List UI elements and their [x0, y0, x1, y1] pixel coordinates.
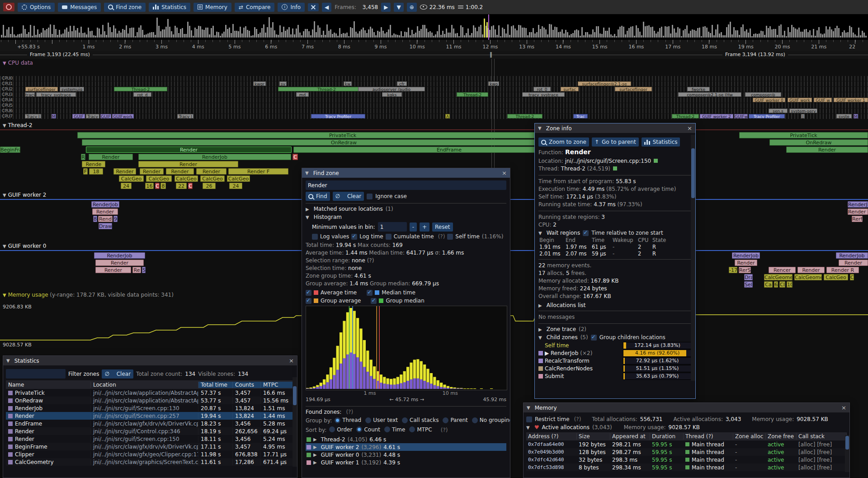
- memory-usage-header[interactable]: ▼Memory usage (y-range: 178.27 KB, visib…: [3, 292, 174, 298]
- cpu-zone-chip[interactable]: GUIF: [72, 114, 85, 118]
- cpu-zone-chip[interactable]: Thread-2: [672, 114, 699, 118]
- guif-worker0-header[interactable]: ▼GUIF worker 0: [3, 243, 46, 249]
- cpu-zone-chip[interactable]: Trac: [573, 114, 588, 118]
- cpu-zone-chip[interactable]: tracy_systrace: [36, 92, 76, 97]
- cpu-zone-chip[interactable]: sy: [279, 81, 287, 86]
- cpu-zone-chip[interactable]: md: [296, 92, 309, 97]
- timeline-zone[interactable]: RenderJob: [836, 252, 868, 259]
- statistics-row[interactable]: EndFramejni/../jni/src/claw/gfx/drv/vk/D…: [6, 420, 294, 427]
- timeline-zone[interactable]: 18: [89, 168, 103, 175]
- timeline-zone[interactable]: RenderJob: [91, 201, 119, 208]
- legend-group-average[interactable]: Group average: [306, 298, 361, 304]
- cumulate-time-checkbox[interactable]: [386, 234, 392, 240]
- cpu-zone-chip[interactable]: composer@2.1-se (Hw: [678, 92, 741, 97]
- statistics-table-header[interactable]: Name Location Total time Counts MTPC: [6, 380, 294, 389]
- statistics-row[interactable]: CalcGeometryjni/../jni/src/claw/graphics…: [6, 458, 294, 466]
- radio-parent[interactable]: Parent: [443, 417, 467, 423]
- allocation-row[interactable]: 0x7e049b3d00128 bytes298.27 ms59.95 sMai…: [526, 448, 847, 456]
- cpu-zone-chip[interactable]: Tracy Profiler: [749, 114, 785, 118]
- wait-regions-label[interactable]: Wait regions: [547, 230, 580, 236]
- timeline-zone[interactable]: Render Ren: [848, 208, 868, 215]
- statistics-button[interactable]: Statistics: [149, 3, 190, 12]
- radio-mtpc[interactable]: MTPC: [409, 426, 432, 433]
- radio-no-grouping[interactable]: No grouping: [472, 417, 510, 423]
- restrict-time-checkbox[interactable]: [526, 416, 532, 422]
- cpu-zone-chip[interactable]: kgks: [382, 92, 402, 97]
- timeline-zone[interactable]: Draw: [99, 223, 112, 229]
- cpu-zone-chip[interactable]: A: [445, 114, 450, 118]
- cpu-zone-chip[interactable]: composer@: [745, 92, 781, 97]
- statistics-row[interactable]: Renderjni/../jni/src/guif/Control.cpp:34…: [6, 427, 294, 435]
- log-values-checkbox[interactable]: [312, 234, 318, 240]
- legend-median-time[interactable]: Median time: [367, 289, 415, 296]
- frames-row[interactable]: Frame 3,193 (22.45 ms) ‖ Frame 3,194 (13…: [0, 51, 868, 59]
- statistics-row[interactable]: RenderJobjni/../jni/src/guif/Screen.cpp:…: [6, 404, 294, 412]
- timeline-zone[interactable]: Render: [735, 260, 757, 266]
- timeline-zone[interactable]: Render: [166, 168, 194, 175]
- statistics-row[interactable]: Renderjni/../jni/src/guif/Screen.cpp:257…: [6, 412, 294, 420]
- statistics-row[interactable]: Renderjni/../jni/src/guif/Screen.cpp:150…: [6, 435, 294, 443]
- timeline-zone[interactable]: Render: [95, 260, 144, 266]
- cpu-zone-chip[interactable]: kw: [344, 81, 352, 86]
- timeline-zone[interactable]: Rend: [98, 216, 113, 222]
- timeline-zone[interactable]: Render F: [228, 168, 288, 175]
- collapse-icon[interactable]: ▼: [305, 170, 309, 175]
- timeline-zone[interactable]: Render: [797, 267, 825, 273]
- cpu-zone-chip[interactable]: M: [854, 114, 858, 118]
- self-time-checkbox[interactable]: [447, 234, 453, 240]
- timeline-zone[interactable]: C: [155, 183, 160, 189]
- find-zone-search-input[interactable]: [306, 180, 506, 190]
- guif-worker2-header[interactable]: ▼GUIF worker 2: [3, 192, 46, 198]
- cpu-zone-chip[interactable]: GUIF worker 1: [834, 98, 868, 102]
- timeline-zone[interactable]: RenderJob: [732, 252, 760, 259]
- cpu-zone-chip[interactable]: surfaceflinger: [615, 87, 652, 91]
- memory-scrollbar[interactable]: [845, 435, 849, 472]
- timeline-zone[interactable]: 22: [176, 183, 187, 189]
- filter-zones-input[interactable]: [6, 369, 66, 379]
- statistics-titlebar[interactable]: ▼ Statistics ×: [3, 356, 297, 365]
- timeline-zone[interactable]: OnRedraw: [82, 139, 606, 146]
- zone-trace-toggle[interactable]: ▶Zone trace(2): [538, 326, 692, 332]
- collapse-icon[interactable]: ▼: [527, 405, 530, 410]
- ignore-case-checkbox[interactable]: [367, 194, 373, 199]
- cpu-zone-chip[interactable]: Tracy: [86, 114, 99, 118]
- cpu-zone-chip[interactable]: I: [801, 114, 805, 118]
- timeline-zone[interactable]: CalcGeo: [227, 175, 250, 182]
- timeline-zone[interactable]: RenderJob: [848, 201, 868, 208]
- cpu-zone-chip[interactable]: tracy_sys: [25, 92, 35, 97]
- allocations-column-header[interactable]: Zone alloc: [733, 433, 766, 440]
- timeline-zone[interactable]: Sel: [744, 281, 753, 288]
- timeline-zone[interactable]: Ca: [764, 281, 773, 288]
- cpu-zone-chip[interactable]: Thread-2: [507, 114, 542, 118]
- collapse-icon[interactable]: ▼: [6, 358, 10, 363]
- timeline-zone[interactable]: C: [850, 274, 854, 280]
- cpu-zone-chip[interactable]: surfaceflinger@2.1-se: [578, 81, 631, 86]
- timeline-zone[interactable]: F: [83, 168, 88, 175]
- allocations-column-header[interactable]: Call stack: [797, 433, 847, 440]
- location-value[interactable]: jni/../jni/src/guif/Screen.cpp:150: [565, 158, 651, 164]
- relative-time-checkbox[interactable]: [583, 230, 589, 236]
- timeline-zone[interactable]: CalcGeo: [119, 175, 144, 182]
- cpu-zone-chip[interactable]: GUIFwork: [112, 114, 134, 118]
- timeline-zone[interactable]: R: [81, 154, 85, 160]
- next-frame-button[interactable]: ▶: [381, 3, 391, 12]
- messages-button[interactable]: Messages: [58, 3, 101, 12]
- found-zone-group[interactable]: ▶GUIF worker 2(3,296)4.61 s: [306, 443, 506, 451]
- radio-order[interactable]: Order: [329, 426, 352, 433]
- cpu-zone-chip[interactable]: kwo: [488, 81, 499, 86]
- min-bin-input[interactable]: [378, 222, 407, 232]
- child-zone-row[interactable]: RecalcTransform72.92 µs (1.62%): [538, 357, 692, 364]
- cpu-zone-chip[interactable]: GUIF worker 0: [753, 98, 785, 102]
- info-button[interactable]: Info: [278, 3, 305, 12]
- timeline-zone[interactable]: Render: [138, 161, 238, 167]
- child-zone-row[interactable]: CalcRenderNodes51.51 µs (1.15%): [538, 364, 692, 372]
- found-zone-group[interactable]: ▶Thread-2(4,105)6.46 s: [306, 435, 506, 443]
- statistics-row[interactable]: BeginFramejni/../jni/src/claw/gfx/drv/vk…: [6, 443, 294, 450]
- cpu-zone-chip[interactable]: Thread-2: [114, 87, 167, 91]
- cpu-zone-chip[interactable]: cfr: [397, 81, 407, 86]
- timeline-zone[interactable]: PrivateTick: [739, 132, 868, 138]
- cpu-zone-chip[interactable]: GUIFw: [734, 114, 748, 118]
- timeline-zone[interactable]: BeginFrame: [0, 147, 20, 153]
- cpu-zone-chip[interactable]: GUIF: [100, 114, 111, 118]
- collapse-icon[interactable]: ▼: [538, 231, 542, 236]
